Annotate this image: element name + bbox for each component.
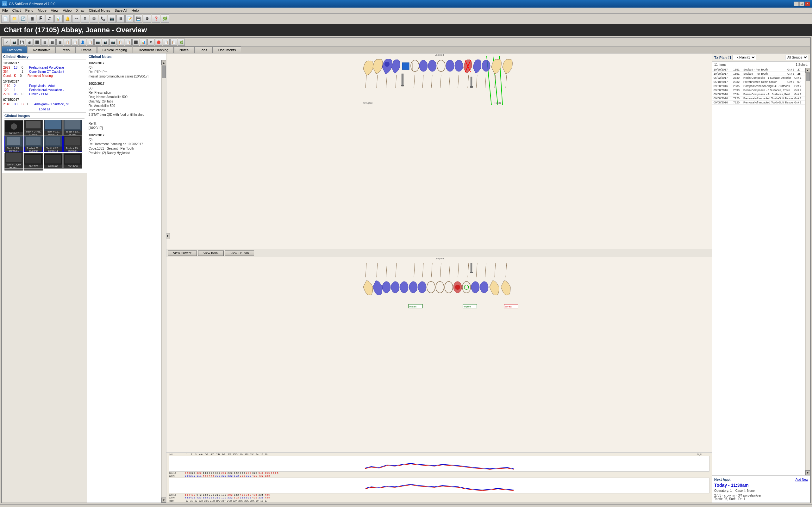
tb-email[interactable]: ✉ (90, 14, 98, 23)
stb-btn21[interactable]: 📋 (163, 39, 170, 46)
cn-scroll-thumb[interactable] (162, 65, 166, 78)
tx-row-8[interactable]: 09/08/2016 7220 Removal of Impacted Toot… (712, 97, 805, 101)
stb-btn23[interactable]: 🌿 (178, 39, 185, 46)
cn-inner-scroll[interactable]: 10/20/2017 (0)Re: PTR: Promesial temprom… (87, 60, 161, 503)
stb-btn3[interactable]: 🖨 (26, 39, 33, 46)
tx-row-4[interactable]: 05/18/2017 2932 Prefabricated Resin Crow… (712, 80, 805, 84)
tb-new[interactable]: 📄 (1, 14, 9, 23)
img-thumb-3[interactable]: Tooth # 12...09/28/11 (44, 120, 63, 136)
tb-table[interactable]: ▦ (28, 14, 36, 23)
tb-db[interactable]: 🗄 (37, 14, 45, 23)
close-button[interactable]: ✕ (805, 2, 810, 6)
stb-btn6[interactable]: ▦ (49, 39, 56, 46)
stb-btn17[interactable]: ⬛ (132, 39, 139, 46)
tx-row-6[interactable]: 09/08/2016 2393 Resin Composite - 3 Surf… (712, 88, 805, 92)
tx-row-3[interactable]: 05/22/2017 2330 Resin Composite - 1 Surf… (712, 76, 805, 80)
tx-row-1[interactable]: 10/20/2017 1351 Sealant - Per Tooth Gr# … (712, 68, 805, 72)
tb-note[interactable]: 📝 (125, 14, 133, 23)
images-scroll[interactable]: 10/18/17 ooth # 04,05.10/04/11 (4, 120, 85, 170)
tab-treatment-planning[interactable]: Treatment Planning (132, 47, 174, 53)
stb-btn12[interactable]: 📷 (94, 39, 101, 46)
stb-btn8[interactable]: 📋 (64, 39, 71, 46)
tb-phone[interactable]: 📞 (99, 14, 107, 23)
img-thumb-8[interactable]: Tooth # 19...09/02/11 (63, 136, 82, 152)
tb-edit[interactable]: ✏ (72, 14, 80, 23)
cn-scroll-down[interactable]: ▼ (161, 498, 166, 503)
stb-btn5[interactable]: ▦ (41, 39, 48, 46)
img-thumb-5[interactable]: Tooth # 15...09/28/11 (4, 136, 23, 152)
cn-scrollbar[interactable]: ▲ ▼ (161, 60, 166, 503)
tx-list[interactable]: 10/20/2017 1351 Sealant - Per Tooth Gr# … (712, 68, 805, 475)
img-thumb-14[interactable]: 09/11/08 (24, 169, 43, 170)
tab-notes[interactable]: Notes (174, 47, 194, 53)
img-thumb-12[interactable]: 09/11/08 (63, 153, 82, 169)
stb-btn10[interactable]: 👤 (79, 39, 86, 46)
stb-btn19[interactable]: ⚙ (148, 39, 154, 46)
tx-row-9[interactable]: 09/08/2016 7220 Removal of Impacted Toot… (712, 101, 805, 105)
tb-monitor[interactable]: 🖥 (116, 14, 125, 23)
tb-leaf[interactable]: 🌿 (161, 14, 169, 23)
tab-documents[interactable]: Documents (213, 47, 241, 53)
menu-view[interactable]: View (50, 8, 59, 13)
tab-overview[interactable]: Overview (2, 47, 27, 53)
img-thumb-11[interactable]: 01/16/09 (44, 153, 63, 169)
img-thumb-4[interactable]: Tooth # 13...09/28/11 (63, 120, 82, 136)
img-thumb-1[interactable]: 10/18/17 (4, 120, 23, 136)
tab-perio[interactable]: Perio (56, 47, 75, 53)
menu-help[interactable]: Help (131, 8, 140, 13)
img-thumb-7[interactable]: Tooth # 20...09/28/11 (44, 136, 63, 152)
add-new-button[interactable]: Add New (795, 478, 808, 482)
tab-labs[interactable]: Labs (194, 47, 213, 53)
menu-file[interactable]: File (1, 8, 9, 13)
minimize-button[interactable]: ─ (794, 2, 799, 6)
stb-help[interactable]: ? (3, 39, 10, 46)
tab-exams[interactable]: Exams (75, 47, 97, 53)
stb-btn20[interactable]: 🔴 (155, 39, 162, 46)
menu-chart[interactable]: Chart (11, 8, 22, 13)
view-initial-button[interactable]: View Initial (198, 250, 224, 256)
tx-scroll-down[interactable]: ▼ (805, 470, 810, 475)
tx-row-5[interactable]: 09/08/2016 2335 Composite/Incisal Angle/… (712, 84, 805, 88)
tb-help[interactable]: ❓ (152, 14, 160, 23)
menu-perio[interactable]: Perio (24, 8, 35, 13)
stb-btn13[interactable]: 📷 (102, 39, 109, 46)
tx-scroll-thumb[interactable] (806, 73, 810, 81)
stb-btn4[interactable]: ⬛ (34, 39, 41, 46)
tx-row-7[interactable]: 09/08/2016 2394 Resin Composite - 4+ Sur… (712, 92, 805, 97)
menu-save-all[interactable]: Save All (114, 8, 128, 13)
tx-scrollbar[interactable]: ▲ ▼ (805, 68, 810, 475)
stb-btn9[interactable]: 📋 (71, 39, 78, 46)
cn-scroll-track[interactable] (162, 65, 166, 498)
img-thumb-10[interactable]: 02/17/09 (24, 153, 43, 169)
tb-settings[interactable]: ⚙ (143, 14, 151, 23)
img-thumb-6[interactable]: Tooth # 20...09/28/11 (24, 136, 43, 152)
tb-chart[interactable]: 📊 (54, 14, 63, 23)
tx-group-select[interactable]: All Groups (785, 55, 808, 60)
tx-plan-select[interactable]: Tx Plan #1 (733, 55, 756, 60)
img-thumb-9[interactable]: ooth # 14,19.06/28/11 (4, 153, 23, 169)
view-current-button[interactable]: View Current (168, 250, 197, 256)
tb-camera[interactable]: 📷 (108, 14, 116, 23)
load-all-link[interactable]: Load all (3, 108, 86, 111)
stb-btn16[interactable]: 📋 (125, 39, 131, 46)
menu-mode[interactable]: Mode (37, 8, 48, 13)
tb-delete[interactable]: 🗑 (81, 14, 89, 23)
tx-scroll-up[interactable]: ▲ (805, 68, 810, 73)
tab-clinical-imaging[interactable]: Clinical Imaging (97, 47, 132, 53)
stb-btn11[interactable]: 📋 (87, 39, 94, 46)
stb-btn14[interactable]: 📷 (109, 39, 116, 46)
stb-btn7[interactable]: ▦ (56, 39, 63, 46)
stb-btn1[interactable]: 📷 (11, 39, 18, 46)
tb-alarm[interactable]: 🔔 (63, 14, 71, 23)
img-thumb-13[interactable]: 09/11/08 (4, 169, 23, 170)
tx-row-2[interactable]: 10/20/2017 1351 Sealant - Per Tooth Gr# … (712, 72, 805, 76)
stb-btn22[interactable]: 📋 (170, 39, 177, 46)
stb-btn18[interactable]: 📊 (140, 39, 147, 46)
tb-save[interactable]: 💾 (134, 14, 143, 23)
side-tab[interactable]: ◀ (166, 233, 170, 239)
menu-video[interactable]: Video (62, 8, 73, 13)
tb-open[interactable]: 📁 (10, 14, 18, 23)
tx-scroll-track[interactable] (806, 73, 810, 470)
cn-scroll-up[interactable]: ▲ (161, 60, 166, 65)
menu-xray[interactable]: X-ray (75, 8, 85, 13)
